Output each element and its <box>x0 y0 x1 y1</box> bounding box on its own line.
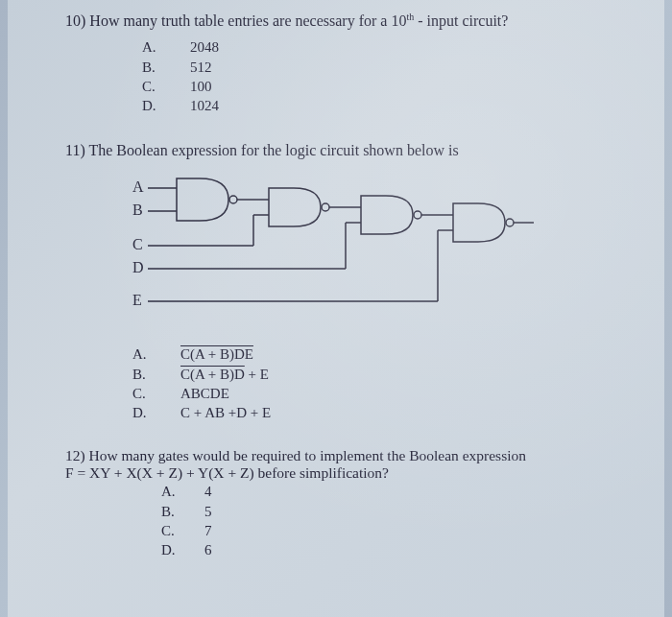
choice-value: C(A + B)DE <box>180 344 253 364</box>
choice-value: 5 <box>204 502 212 521</box>
choice-letter: D. <box>142 96 190 115</box>
q12-choice-b: B. 5 <box>161 502 626 521</box>
input-b-label: B <box>132 202 143 218</box>
choice-value: 4 <box>204 482 212 501</box>
logic-circuit-diagram: A B C D E <box>132 173 536 331</box>
svg-point-17 <box>506 219 514 226</box>
q12-choice-c: C. 7 <box>161 521 626 540</box>
q10-text-post: - input circuit? <box>414 12 508 29</box>
choice-value: 2048 <box>190 37 219 57</box>
q12-choice-a: A. 4 <box>161 482 626 501</box>
q12-choice-d: D. 6 <box>161 540 626 559</box>
choice-letter: B. <box>132 365 180 384</box>
svg-point-12 <box>414 211 421 219</box>
choice-letter: C. <box>132 384 180 403</box>
choice-letter: C. <box>142 77 190 96</box>
choice-value: 6 <box>204 540 212 559</box>
worksheet-page: 10) How many truth table entries are nec… <box>8 0 664 617</box>
q11-choice-a: A. C(A + B)DE <box>132 344 626 364</box>
q11-prompt: 11) The Boolean expression for the logic… <box>65 142 626 159</box>
input-e-label: E <box>132 292 142 308</box>
choice-letter: B. <box>161 502 204 521</box>
q11-choices: A. C(A + B)DE B. C(A + B)D + E C. ABCDE … <box>132 344 626 422</box>
choice-letter: A. <box>161 482 204 501</box>
q10-choice-c: C. 100 <box>142 77 626 96</box>
choice-letter: A. <box>132 344 180 364</box>
q12-prompt: 12) How many gates would be required to … <box>65 447 626 482</box>
choice-letter: D. <box>132 403 180 422</box>
choice-value: C(A + B)D + E <box>180 365 269 384</box>
q11-text: The Boolean expression for the logic cir… <box>88 142 458 158</box>
choice-value: 7 <box>204 521 212 540</box>
q10-number: 10) <box>65 12 85 29</box>
input-d-label: D <box>132 259 144 275</box>
q11-number: 11) <box>65 142 85 158</box>
input-c-label: C <box>132 236 143 252</box>
q10-choice-b: B. 512 <box>142 58 626 77</box>
choice-value: 1024 <box>190 96 219 115</box>
q12-line1: How many gates would be required to impl… <box>89 447 526 463</box>
choice-letter: C. <box>161 521 204 540</box>
q11-choice-b: B. C(A + B)D + E <box>132 365 626 384</box>
choice-letter: D. <box>161 540 204 559</box>
choice-letter: A. <box>142 37 190 57</box>
q12-number: 12) <box>65 447 85 463</box>
svg-point-2 <box>229 196 237 203</box>
q10-choice-d: D. 1024 <box>142 96 626 115</box>
choice-letter: B. <box>142 58 190 77</box>
q11-choice-c: C. ABCDE <box>132 384 626 403</box>
q12-choices: A. 4 B. 5 C. 7 D. 6 <box>161 482 626 559</box>
q10-choices: A. 2048 B. 512 C. 100 D. 1024 <box>142 37 626 115</box>
svg-point-7 <box>322 203 329 211</box>
q10-text-pre: How many truth table entries are necessa… <box>89 12 406 29</box>
q10-choice-a: A. 2048 <box>142 37 626 57</box>
choice-value: 100 <box>190 77 212 96</box>
q11-choice-d: D. C + AB +D + E <box>132 403 626 422</box>
choice-value: ABCDE <box>180 384 229 403</box>
q12-line2: F = XY + X(X + Z) + Y(X + Z) before simp… <box>65 464 389 481</box>
choice-value: C + AB +D + E <box>180 403 271 422</box>
q10-prompt: 10) How many truth table entries are nec… <box>65 12 626 30</box>
choice-value: 512 <box>190 58 212 77</box>
input-a-label: A <box>132 178 144 195</box>
